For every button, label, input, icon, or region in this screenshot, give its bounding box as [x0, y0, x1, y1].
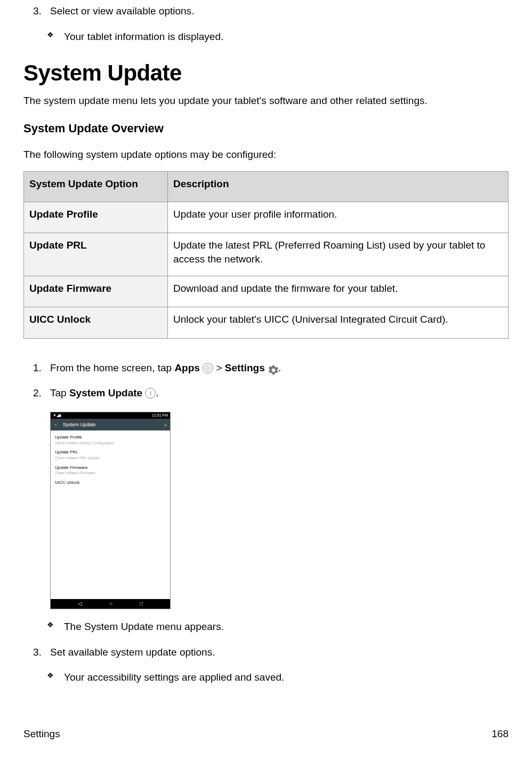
step-number: 1. [33, 361, 50, 375]
search-icon: ⌕ [164, 421, 167, 428]
col-description: Description [168, 171, 509, 202]
diamond-bullet-icon: ❖ [47, 671, 64, 684]
screenshot-body: Update Profile Client Initiated Device C… [51, 430, 170, 599]
result-menu-appears: ❖ The System Update menu appears. [47, 620, 509, 634]
heading-system-update: System Update [23, 58, 509, 89]
table-row: Update Firmware Download and update the … [24, 276, 509, 307]
step-number: 3. [33, 4, 50, 18]
result-text: The System Update menu appears. [64, 620, 224, 634]
intro-text: The system update menu lets you update y… [23, 94, 509, 108]
list-item: Update PRL Client Initiated PRL Update [55, 448, 166, 462]
table-header-row: System Update Option Description [24, 171, 509, 202]
settings-icon [268, 363, 278, 374]
header-title: System Update [63, 421, 96, 428]
option-name: Update PRL [24, 233, 168, 276]
table-row: Update PRL Update the latest PRL (Prefer… [24, 233, 509, 276]
status-icons: ▼◢▮ [53, 413, 61, 418]
step-3: 3. Set available system update options. [33, 645, 509, 659]
option-desc: Unlock your tablet's UICC (Universal Int… [168, 307, 509, 339]
list-item: Update Firmware Client Initiated Firmwar… [55, 463, 166, 478]
step-text: Select or view available options. [50, 4, 194, 18]
table-row: UICC Unlock Unlock your tablet's UICC (U… [24, 307, 509, 339]
step-2: 2. Tap System Update . [33, 386, 509, 400]
result-text: Your tablet information is displayed. [64, 30, 223, 44]
following-text: The following system update options may … [23, 148, 509, 162]
app-header: ← System Update ⌕ [51, 419, 170, 430]
apps-icon [203, 363, 213, 373]
diamond-bullet-icon: ❖ [47, 620, 64, 634]
diamond-bullet-icon: ❖ [47, 30, 64, 44]
step-1: 1. From the home screen, tap Apps > Sett… [33, 361, 509, 375]
list-item: Update Profile Client Initiated Device C… [55, 433, 166, 448]
step-number: 3. [33, 645, 50, 659]
heading-overview: System Update Overview [23, 121, 509, 137]
option-desc: Update the latest PRL (Preferred Roaming… [168, 233, 509, 276]
result-text: Your accessibility settings are applied … [64, 671, 284, 684]
nav-recent-icon: □ [140, 600, 143, 608]
col-option: System Update Option [24, 171, 168, 202]
result-top: ❖ Your tablet information is displayed. [47, 30, 509, 44]
nav-home-icon: ○ [109, 600, 112, 608]
nav-bar: ◁ ○ □ [51, 599, 170, 609]
list-item: UICC Unlock [55, 478, 166, 488]
device-screenshot: ▼◢▮ 11:51 PM ← System Update ⌕ Update Pr… [50, 412, 171, 609]
step-text: Tap System Update . [50, 386, 159, 400]
status-time: 11:51 PM [152, 413, 168, 418]
option-name: UICC Unlock [24, 307, 168, 339]
option-desc: Download and update the firmware for you… [168, 276, 509, 307]
option-name: Update Profile [24, 202, 168, 233]
back-icon: ← [54, 421, 59, 428]
option-name: Update Firmware [24, 276, 168, 307]
info-icon [145, 388, 156, 398]
step-number: 2. [33, 386, 50, 400]
status-bar: ▼◢▮ 11:51 PM [51, 412, 170, 419]
step-3-top: 3. Select or view available options. [33, 4, 509, 18]
footer-page-number: 168 [491, 727, 509, 741]
step-text: From the home screen, tap Apps > Setting… [50, 361, 281, 375]
step-text: Set available system update options. [50, 645, 215, 659]
result-applied: ❖ Your accessibility settings are applie… [47, 671, 509, 684]
nav-back-icon: ◁ [78, 600, 82, 608]
options-table: System Update Option Description Update … [23, 171, 509, 339]
table-row: Update Profile Update your user profile … [24, 202, 509, 233]
page-footer: Settings 168 [23, 727, 509, 741]
option-desc: Update your user profile information. [168, 202, 509, 233]
footer-section: Settings [23, 727, 60, 741]
